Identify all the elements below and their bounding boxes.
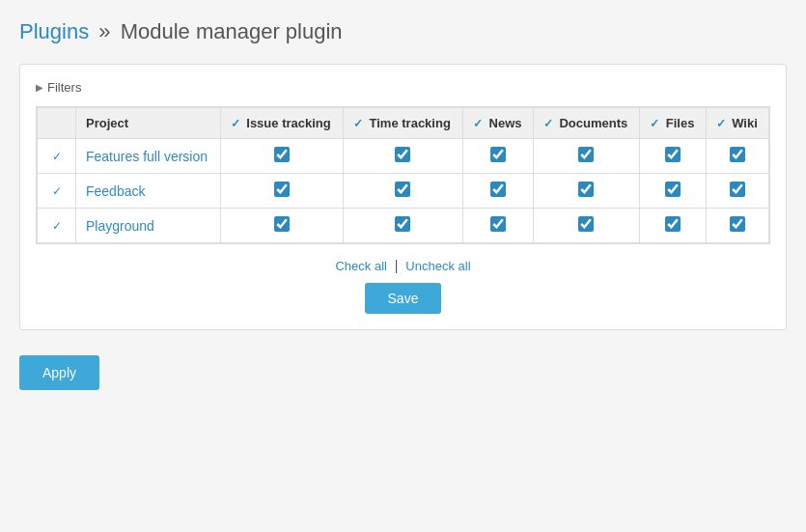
project-cell: Playground xyxy=(76,209,221,243)
th-news-label: News xyxy=(489,116,522,130)
project-cell: Feedback xyxy=(76,174,221,209)
bulk-actions: Check all | Uncheck all xyxy=(36,258,770,273)
module-cell-wiki xyxy=(706,174,768,209)
row-check-icon: ✓ xyxy=(52,150,62,163)
page-title: Plugins » Module manager plugin xyxy=(19,19,787,44)
filters-label: Filters xyxy=(47,80,81,95)
module-cell-files xyxy=(640,209,706,243)
th-files-check: ✓ xyxy=(650,117,659,130)
checkbox-wiki[interactable] xyxy=(730,216,745,232)
module-cell-issue_tracking xyxy=(220,174,343,209)
th-news: ✓ News xyxy=(462,108,533,139)
th-wiki: ✓ Wiki xyxy=(706,108,768,139)
apply-row: Apply xyxy=(19,346,787,390)
th-files: ✓ Files xyxy=(640,108,706,139)
table-row: ✓Features full version xyxy=(38,139,769,174)
row-check-icon: ✓ xyxy=(52,219,62,233)
th-issue-tracking-check: ✓ xyxy=(231,117,240,130)
checkbox-issue_tracking[interactable] xyxy=(274,216,290,232)
module-cell-documents xyxy=(533,209,639,243)
module-cell-time_tracking xyxy=(343,174,462,209)
checkbox-time_tracking[interactable] xyxy=(395,216,410,232)
actions-separator: | xyxy=(395,258,399,273)
project-cell: Features full version xyxy=(76,139,221,174)
th-time-tracking: ✓ Time tracking xyxy=(343,108,462,139)
th-project: Project xyxy=(76,108,221,139)
checkbox-news[interactable] xyxy=(490,182,506,197)
th-issue-tracking: ✓ Issue tracking xyxy=(220,108,343,139)
module-cell-issue_tracking xyxy=(220,139,343,174)
th-check xyxy=(38,108,76,139)
th-wiki-label: Wiki xyxy=(732,116,758,130)
module-cell-news xyxy=(462,209,533,243)
module-cell-files xyxy=(640,139,706,174)
checkbox-wiki[interactable] xyxy=(730,147,745,162)
filters-section: ▶ Filters xyxy=(36,80,770,95)
checkbox-documents[interactable] xyxy=(578,147,594,162)
breadcrumb-separator: » xyxy=(98,19,110,43)
module-table-wrapper: Project ✓ Issue tracking ✓ Time tracking… xyxy=(36,106,770,244)
th-files-label: Files xyxy=(666,116,695,130)
module-table: Project ✓ Issue tracking ✓ Time tracking… xyxy=(37,107,769,243)
filters-arrow: ▶ xyxy=(36,82,43,93)
module-cell-news xyxy=(462,174,533,209)
th-wiki-check: ✓ xyxy=(716,117,726,130)
breadcrumb-current: Module manager plugin xyxy=(121,19,343,43)
checkbox-issue_tracking[interactable] xyxy=(274,182,290,197)
apply-button[interactable]: Apply xyxy=(19,355,99,390)
checkbox-issue_tracking[interactable] xyxy=(274,147,290,162)
table-header-row: Project ✓ Issue tracking ✓ Time tracking… xyxy=(38,108,769,139)
module-cell-time_tracking xyxy=(343,209,462,243)
main-panel: ▶ Filters Project ✓ Issue tracking ✓ xyxy=(19,64,787,330)
project-link[interactable]: Feedback xyxy=(86,183,145,199)
th-time-tracking-label: Time tracking xyxy=(370,116,451,130)
checkbox-documents[interactable] xyxy=(578,216,594,232)
row-check-icon: ✓ xyxy=(52,184,62,198)
save-row: Save xyxy=(36,283,770,314)
table-row: ✓Playground xyxy=(38,209,769,243)
checkbox-files[interactable] xyxy=(665,147,681,162)
uncheck-all-link[interactable]: Uncheck all xyxy=(405,259,470,273)
checkbox-documents[interactable] xyxy=(578,182,594,197)
th-documents: ✓ Documents xyxy=(533,108,639,139)
module-cell-wiki xyxy=(706,209,768,243)
checkbox-news[interactable] xyxy=(490,147,506,162)
project-link[interactable]: Playground xyxy=(86,218,154,234)
checkbox-wiki[interactable] xyxy=(730,182,745,197)
project-link[interactable]: Features full version xyxy=(86,149,208,164)
checkbox-time_tracking[interactable] xyxy=(395,147,410,162)
th-project-label: Project xyxy=(86,116,128,130)
th-documents-label: Documents xyxy=(559,116,627,130)
checkbox-time_tracking[interactable] xyxy=(395,182,410,197)
module-cell-time_tracking xyxy=(343,139,462,174)
table-row: ✓Feedback xyxy=(38,174,769,209)
row-check-cell: ✓ xyxy=(38,139,76,174)
breadcrumb-root-link[interactable]: Plugins xyxy=(19,19,89,43)
checkbox-news[interactable] xyxy=(490,216,506,232)
check-all-link[interactable]: Check all xyxy=(335,259,386,273)
checkbox-files[interactable] xyxy=(665,182,681,197)
module-cell-files xyxy=(640,174,706,209)
filters-toggle[interactable]: ▶ Filters xyxy=(36,80,770,95)
module-cell-issue_tracking xyxy=(220,209,343,243)
th-documents-check: ✓ xyxy=(543,117,553,130)
module-cell-documents xyxy=(533,174,639,209)
th-news-check: ✓ xyxy=(473,117,483,130)
row-check-cell: ✓ xyxy=(38,209,76,243)
th-time-tracking-check: ✓ xyxy=(353,117,363,130)
checkbox-files[interactable] xyxy=(665,216,681,232)
th-issue-tracking-label: Issue tracking xyxy=(246,116,330,130)
row-check-cell: ✓ xyxy=(38,174,76,209)
module-cell-news xyxy=(462,139,533,174)
module-cell-documents xyxy=(533,139,639,174)
save-button[interactable]: Save xyxy=(365,283,442,314)
module-cell-wiki xyxy=(706,139,768,174)
